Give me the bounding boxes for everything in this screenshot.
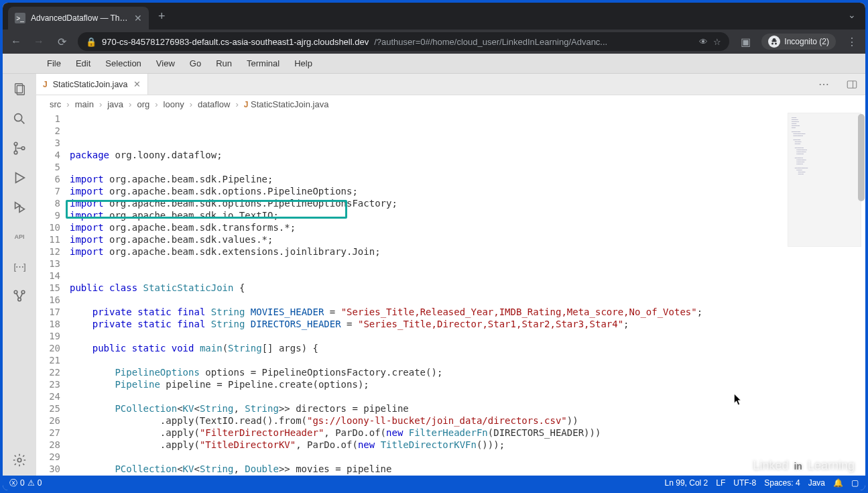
code-line[interactable]: public static void main(String[] args) { bbox=[70, 342, 865, 354]
explorer-icon[interactable] bbox=[11, 80, 28, 98]
code-line[interactable]: import org.apache.beam.sdk.transforms.*; bbox=[70, 221, 865, 233]
code-line[interactable] bbox=[70, 294, 865, 306]
breadcrumb-segment[interactable]: java bbox=[107, 99, 123, 109]
code-line[interactable]: private static final String MOVIES_HEADE… bbox=[70, 306, 865, 318]
browser-tab[interactable]: >_ AdvancedDataflow — Theia for ✕ bbox=[8, 7, 149, 30]
code-line[interactable]: private static final String DIRECTORS_HE… bbox=[70, 318, 865, 330]
nav-reload-icon[interactable]: ⟳ bbox=[55, 36, 68, 48]
new-tab-button[interactable]: + bbox=[149, 9, 175, 23]
code-line[interactable]: import org.apache.beam.sdk.io.TextIO; bbox=[70, 209, 865, 221]
breadcrumb-segment[interactable]: loony bbox=[164, 99, 184, 109]
code-line[interactable]: PCollection<KV<String, Double>> movies =… bbox=[70, 463, 865, 475]
source-control-icon[interactable] bbox=[11, 140, 28, 157]
tab-close-icon[interactable]: ✕ bbox=[134, 13, 142, 23]
code-line[interactable]: .apply("TitleDirectorKV", ParDo.of(new T… bbox=[70, 439, 865, 451]
code-line[interactable]: import org.apache.beam.sdk.values.*; bbox=[70, 233, 865, 245]
status-cursor-pos[interactable]: Ln 99, Col 2 bbox=[665, 478, 708, 488]
code-line[interactable]: public class StaticStaticJoin { bbox=[70, 282, 865, 294]
cloud-deploy-icon[interactable] bbox=[11, 287, 28, 305]
line-number: 4 bbox=[36, 149, 60, 161]
line-number: 1 bbox=[36, 113, 60, 125]
menu-go[interactable]: Go bbox=[183, 56, 208, 71]
editor-tab[interactable]: J StaticStaticJoin.java ✕ bbox=[36, 74, 148, 95]
tabs-dropdown-icon[interactable]: ⌄ bbox=[839, 3, 865, 27]
layout-icon[interactable]: ▢ bbox=[851, 478, 859, 488]
minimap[interactable]: ▬▬▬▬▬▬▬▬▬▬▬▬▬▬▬▬▬▬▬▬▬▬▬▬▬▬▬▬▬▬▬▬▬▬▬▬▬▬▬▬… bbox=[788, 113, 861, 247]
settings-gear-icon[interactable] bbox=[11, 451, 28, 469]
browser-menu-icon[interactable]: ⋮ bbox=[845, 36, 859, 48]
menu-terminal[interactable]: Terminal bbox=[240, 56, 286, 71]
code-line[interactable] bbox=[70, 330, 865, 342]
scrollbar[interactable] bbox=[856, 113, 865, 476]
code-line[interactable]: .apply("FilterDirectorHeader", ParDo.of(… bbox=[70, 427, 865, 439]
brackets-icon[interactable]: [⋯] bbox=[11, 258, 28, 275]
nav-back-icon[interactable]: ← bbox=[9, 36, 23, 48]
incognito-label: Incognito (2) bbox=[784, 37, 829, 46]
code-line[interactable]: Pipeline pipeline = Pipeline.create(opti… bbox=[70, 378, 865, 390]
code-line[interactable]: PCollection<KV<String, String>> director… bbox=[70, 402, 865, 415]
line-number: 13 bbox=[36, 258, 60, 270]
breadcrumb-segment[interactable]: J StaticStaticJoin.java bbox=[244, 99, 329, 109]
menu-run[interactable]: Run bbox=[209, 56, 239, 71]
code-line[interactable] bbox=[70, 258, 865, 270]
code-line[interactable] bbox=[70, 451, 865, 463]
code-line[interactable]: package org.loony.dataflow; bbox=[70, 149, 865, 161]
line-number: 5 bbox=[36, 161, 60, 173]
line-number: 23 bbox=[36, 378, 60, 390]
line-number: 27 bbox=[36, 427, 60, 439]
code-line[interactable]: import org.apache.beam.sdk.options.Pipel… bbox=[70, 185, 865, 197]
code-line[interactable] bbox=[70, 354, 865, 366]
code-editor[interactable]: 1234567891011121314151617181920212223242… bbox=[36, 113, 865, 476]
line-number: 14 bbox=[36, 270, 60, 282]
code-line[interactable] bbox=[70, 390, 865, 402]
url-bar[interactable]: 🔒 970-cs-845781276983-default.cs-asia-so… bbox=[78, 32, 729, 51]
code-line[interactable]: .apply(TextIO.read().from("gs://loony-ll… bbox=[70, 415, 865, 427]
breadcrumb-segment[interactable]: src bbox=[50, 99, 61, 109]
menu-help[interactable]: Help bbox=[288, 56, 319, 71]
line-number: 6 bbox=[36, 173, 60, 185]
status-encoding[interactable]: UTF-8 bbox=[733, 478, 756, 488]
menu-selection[interactable]: Selection bbox=[99, 56, 147, 71]
code-line[interactable]: import org.apache.beam.sdk.Pipeline; bbox=[70, 173, 865, 185]
debug-alt-icon[interactable] bbox=[11, 199, 28, 216]
scrollbar-thumb[interactable] bbox=[858, 114, 865, 201]
code-line[interactable]: import org.apache.beam.sdk.extensions.jo… bbox=[70, 245, 865, 258]
code-line[interactable]: import org.apache.beam.sdk.options.Pipel… bbox=[70, 197, 865, 209]
java-file-icon: J bbox=[244, 100, 249, 109]
api-icon[interactable]: API bbox=[11, 228, 28, 245]
star-icon[interactable]: ☆ bbox=[713, 37, 721, 47]
panel-icon[interactable]: ▣ bbox=[739, 36, 752, 48]
menu-file[interactable]: File bbox=[40, 56, 68, 71]
status-indent[interactable]: Spaces: 4 bbox=[764, 478, 800, 488]
menu-edit[interactable]: Edit bbox=[69, 56, 97, 71]
status-bar: ⓧ 0 ⚠ 0 Ln 99, Col 2 LF UTF-8 Spaces: 4 … bbox=[3, 476, 865, 490]
close-icon[interactable]: ✕ bbox=[133, 79, 141, 89]
line-number: 21 bbox=[36, 354, 60, 366]
toggle-panel-icon[interactable] bbox=[839, 74, 865, 95]
search-icon[interactable] bbox=[11, 110, 28, 127]
code-line[interactable]: PipelineOptions options = PipelineOption… bbox=[70, 366, 865, 378]
chevron-right-icon: › bbox=[233, 99, 241, 109]
line-number: 28 bbox=[36, 439, 60, 451]
nav-forward-icon[interactable]: → bbox=[32, 36, 46, 48]
code-line[interactable] bbox=[70, 161, 865, 173]
chevron-right-icon: › bbox=[64, 99, 72, 109]
chevron-right-icon: › bbox=[187, 99, 195, 109]
run-debug-icon[interactable] bbox=[11, 169, 28, 186]
eye-off-icon[interactable]: 👁 bbox=[699, 37, 708, 47]
breadcrumb-segment[interactable]: dataflow bbox=[198, 99, 230, 109]
code-line[interactable] bbox=[70, 270, 865, 282]
activity-bar: API [⋯] bbox=[3, 74, 36, 476]
breadcrumb-segment[interactable]: main bbox=[75, 99, 94, 109]
svg-point-5 bbox=[14, 151, 17, 154]
bell-icon[interactable]: 🔔 bbox=[833, 478, 843, 488]
menu-view[interactable]: View bbox=[149, 56, 182, 71]
code-content[interactable]: package org.loony.dataflow;import org.ap… bbox=[70, 113, 865, 476]
editor-more-icon[interactable]: ⋯ bbox=[810, 74, 839, 95]
status-eol[interactable]: LF bbox=[716, 478, 725, 488]
incognito-badge[interactable]: Incognito (2) bbox=[761, 34, 836, 50]
status-language[interactable]: Java bbox=[808, 478, 825, 488]
code-line[interactable]: .apply(TextIO.read().from("gs://loony-ll… bbox=[70, 475, 865, 476]
breadcrumb-segment[interactable]: org bbox=[137, 99, 149, 109]
status-problems[interactable]: ⓧ 0 ⚠ 0 bbox=[9, 478, 42, 489]
